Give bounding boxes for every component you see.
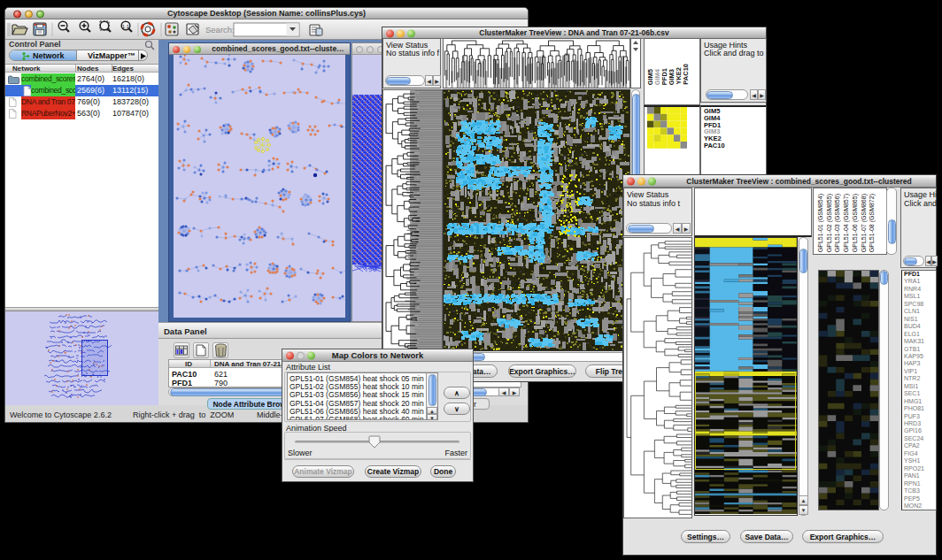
svg-text:1:1: 1:1 <box>122 24 130 29</box>
svg-text:Search:: Search: <box>205 25 235 35</box>
